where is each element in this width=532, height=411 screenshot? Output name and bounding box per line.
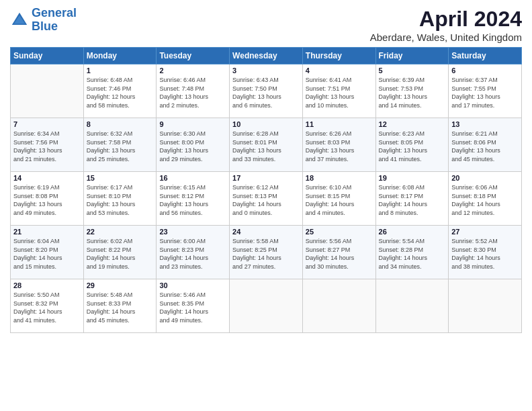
day-number: 8: [87, 120, 154, 128]
day-info: Sunrise: 6:34 AM Sunset: 7:56 PM Dayligh…: [13, 130, 81, 163]
location-title: Aberdare, Wales, United Kingdom: [370, 32, 522, 43]
page: General Blue April 2024 Aberdare, Wales,…: [0, 0, 532, 411]
day-info: Sunrise: 6:15 AM Sunset: 8:12 PM Dayligh…: [159, 183, 226, 217]
day-info: Sunrise: 6:10 AM Sunset: 8:15 PM Dayligh…: [306, 183, 373, 217]
day-info: Sunrise: 6:02 AM Sunset: 8:22 PM Dayligh…: [87, 237, 154, 271]
day-number: 26: [379, 228, 446, 236]
day-info: Sunrise: 6:08 AM Sunset: 8:17 PM Dayligh…: [379, 183, 446, 217]
day-info: Sunrise: 6:39 AM Sunset: 7:53 PM Dayligh…: [379, 76, 446, 109]
logo-icon: [10, 11, 29, 30]
table-row: 14Sunrise: 6:19 AM Sunset: 8:08 PM Dayli…: [11, 172, 84, 226]
day-number: 5: [379, 66, 446, 75]
day-number: 14: [13, 174, 81, 182]
table-row: 18Sunrise: 6:10 AM Sunset: 8:15 PM Dayli…: [302, 172, 375, 226]
table-row: 11Sunrise: 6:26 AM Sunset: 8:03 PM Dayli…: [302, 118, 375, 172]
table-row: 15Sunrise: 6:17 AM Sunset: 8:10 PM Dayli…: [83, 172, 157, 226]
table-row: 5Sunrise: 6:39 AM Sunset: 7:53 PM Daylig…: [375, 64, 449, 118]
day-info: Sunrise: 6:37 AM Sunset: 7:55 PM Dayligh…: [451, 76, 519, 109]
day-number: 9: [159, 120, 226, 128]
day-info: Sunrise: 6:32 AM Sunset: 7:58 PM Dayligh…: [87, 130, 154, 163]
table-row: 12Sunrise: 6:23 AM Sunset: 8:05 PM Dayli…: [375, 118, 449, 172]
day-info: Sunrise: 6:30 AM Sunset: 8:00 PM Dayligh…: [159, 130, 226, 163]
day-number: 3: [232, 66, 300, 75]
day-number: 23: [159, 228, 226, 236]
day-info: Sunrise: 5:46 AM Sunset: 8:35 PM Dayligh…: [159, 291, 226, 324]
table-row: 2Sunrise: 6:46 AM Sunset: 7:48 PM Daylig…: [157, 64, 230, 118]
day-info: Sunrise: 5:56 AM Sunset: 8:27 PM Dayligh…: [306, 237, 373, 271]
day-number: 7: [13, 120, 81, 128]
title-block: April 2024 Aberdare, Wales, United Kingd…: [370, 7, 522, 43]
day-info: Sunrise: 5:50 AM Sunset: 8:32 PM Dayligh…: [13, 291, 81, 324]
day-info: Sunrise: 6:46 AM Sunset: 7:48 PM Dayligh…: [159, 76, 226, 109]
day-number: 19: [379, 174, 446, 182]
table-row: 23Sunrise: 6:00 AM Sunset: 8:23 PM Dayli…: [157, 226, 230, 279]
day-number: 22: [87, 228, 154, 236]
col-thursday: Thursday: [302, 48, 375, 64]
day-info: Sunrise: 6:43 AM Sunset: 7:50 PM Dayligh…: [232, 76, 300, 109]
col-tuesday: Tuesday: [157, 48, 230, 64]
col-saturday: Saturday: [449, 48, 522, 64]
col-monday: Monday: [83, 48, 157, 64]
table-row: 16Sunrise: 6:15 AM Sunset: 8:12 PM Dayli…: [157, 172, 230, 226]
table-row: 27Sunrise: 5:52 AM Sunset: 8:30 PM Dayli…: [449, 226, 522, 279]
day-number: 10: [232, 120, 300, 128]
table-row: 24Sunrise: 5:58 AM Sunset: 8:25 PM Dayli…: [230, 226, 303, 279]
header: General Blue April 2024 Aberdare, Wales,…: [10, 7, 522, 43]
table-row: 20Sunrise: 6:06 AM Sunset: 8:18 PM Dayli…: [449, 172, 522, 226]
day-number: 16: [159, 174, 226, 182]
day-info: Sunrise: 6:28 AM Sunset: 8:01 PM Dayligh…: [232, 130, 300, 163]
month-title: April 2024: [370, 7, 522, 32]
day-number: 6: [451, 66, 519, 75]
day-info: Sunrise: 5:48 AM Sunset: 8:33 PM Dayligh…: [87, 291, 154, 324]
table-row: 7Sunrise: 6:34 AM Sunset: 7:56 PM Daylig…: [11, 118, 84, 172]
table-row: 8Sunrise: 6:32 AM Sunset: 7:58 PM Daylig…: [83, 118, 157, 172]
logo-text: General Blue: [32, 7, 77, 34]
day-number: 20: [451, 174, 519, 182]
day-info: Sunrise: 6:17 AM Sunset: 8:10 PM Dayligh…: [87, 183, 154, 217]
day-number: 27: [451, 228, 519, 236]
table-row: [302, 279, 375, 333]
col-sunday: Sunday: [11, 48, 84, 64]
day-info: Sunrise: 6:00 AM Sunset: 8:23 PM Dayligh…: [159, 237, 226, 271]
day-number: 12: [379, 120, 446, 128]
table-row: [375, 279, 449, 333]
day-number: 2: [159, 66, 226, 75]
table-row: 25Sunrise: 5:56 AM Sunset: 8:27 PM Dayli…: [302, 226, 375, 279]
table-row: 29Sunrise: 5:48 AM Sunset: 8:33 PM Dayli…: [83, 279, 157, 333]
table-row: 6Sunrise: 6:37 AM Sunset: 7:55 PM Daylig…: [449, 64, 522, 118]
table-row: 21Sunrise: 6:04 AM Sunset: 8:20 PM Dayli…: [11, 226, 84, 279]
table-row: 4Sunrise: 6:41 AM Sunset: 7:51 PM Daylig…: [302, 64, 375, 118]
table-row: 22Sunrise: 6:02 AM Sunset: 8:22 PM Dayli…: [83, 226, 157, 279]
day-number: 25: [306, 228, 373, 236]
table-row: [449, 279, 522, 333]
day-info: Sunrise: 5:54 AM Sunset: 8:28 PM Dayligh…: [379, 237, 446, 271]
day-number: 21: [13, 228, 81, 236]
table-row: [230, 279, 303, 333]
col-wednesday: Wednesday: [230, 48, 303, 64]
table-row: [11, 64, 84, 118]
day-number: 18: [306, 174, 373, 182]
day-info: Sunrise: 6:06 AM Sunset: 8:18 PM Dayligh…: [451, 183, 519, 217]
day-number: 4: [306, 66, 373, 75]
day-info: Sunrise: 5:58 AM Sunset: 8:25 PM Dayligh…: [232, 237, 300, 271]
calendar-header-row: Sunday Monday Tuesday Wednesday Thursday…: [11, 48, 522, 64]
day-number: 17: [232, 174, 300, 182]
table-row: 13Sunrise: 6:21 AM Sunset: 8:06 PM Dayli…: [449, 118, 522, 172]
day-number: 28: [13, 281, 81, 289]
day-info: Sunrise: 6:12 AM Sunset: 8:13 PM Dayligh…: [232, 183, 300, 217]
day-info: Sunrise: 6:41 AM Sunset: 7:51 PM Dayligh…: [306, 76, 373, 109]
day-number: 15: [87, 174, 154, 182]
day-number: 1: [87, 66, 154, 75]
day-info: Sunrise: 5:52 AM Sunset: 8:30 PM Dayligh…: [451, 237, 519, 271]
day-info: Sunrise: 6:04 AM Sunset: 8:20 PM Dayligh…: [13, 237, 81, 271]
day-info: Sunrise: 6:23 AM Sunset: 8:05 PM Dayligh…: [379, 130, 446, 163]
logo-line1: General: [32, 6, 77, 19]
table-row: 26Sunrise: 5:54 AM Sunset: 8:28 PM Dayli…: [375, 226, 449, 279]
table-row: 17Sunrise: 6:12 AM Sunset: 8:13 PM Dayli…: [230, 172, 303, 226]
calendar: Sunday Monday Tuesday Wednesday Thursday…: [10, 47, 522, 333]
col-friday: Friday: [375, 48, 449, 64]
table-row: 9Sunrise: 6:30 AM Sunset: 8:00 PM Daylig…: [157, 118, 230, 172]
day-number: 13: [451, 120, 519, 128]
day-info: Sunrise: 6:48 AM Sunset: 7:46 PM Dayligh…: [87, 76, 154, 109]
day-info: Sunrise: 6:19 AM Sunset: 8:08 PM Dayligh…: [13, 183, 81, 217]
